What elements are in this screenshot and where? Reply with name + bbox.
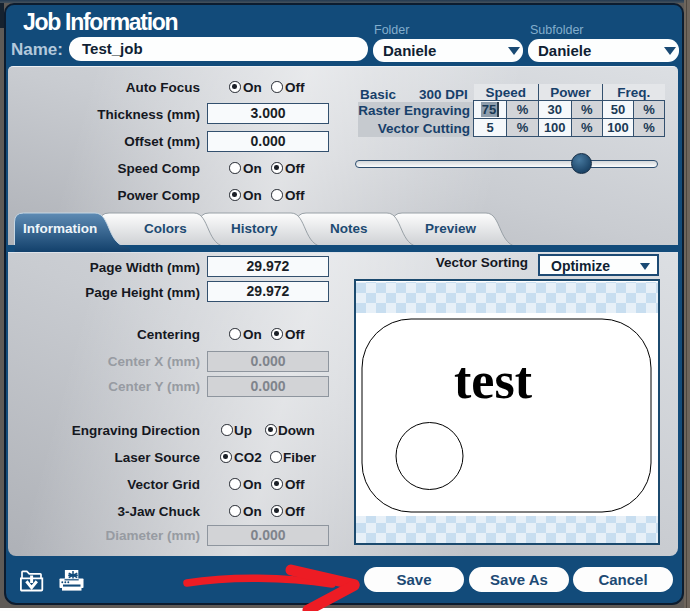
- svg-text:test: test: [454, 352, 533, 409]
